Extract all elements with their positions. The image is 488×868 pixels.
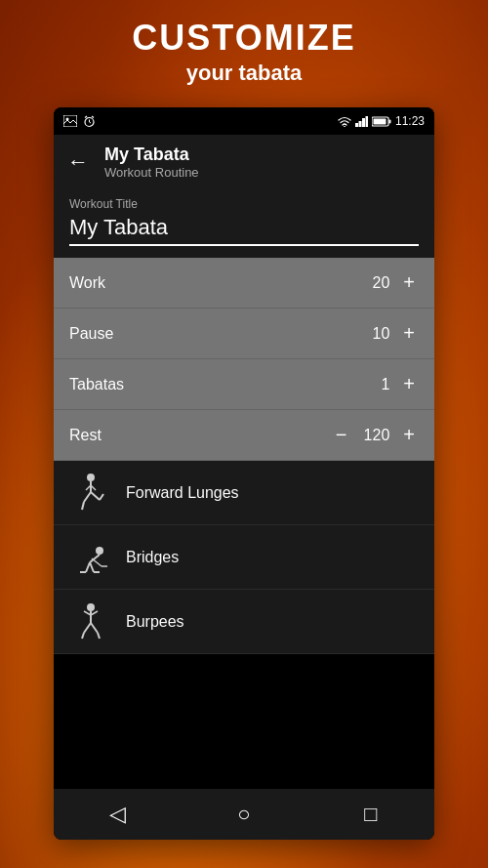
signal-icon bbox=[355, 116, 368, 127]
exercise-name-forward-lunges: Forward Lunges bbox=[126, 484, 239, 502]
svg-point-7 bbox=[344, 126, 346, 127]
exercise-name-burpees: Burpees bbox=[126, 613, 184, 631]
svg-line-22 bbox=[100, 494, 103, 500]
svg-line-29 bbox=[92, 558, 102, 566]
image-icon bbox=[63, 115, 77, 127]
app-bar-titles: My Tabata Workout Routine bbox=[104, 145, 421, 180]
workout-title-input[interactable] bbox=[69, 215, 419, 246]
svg-point-15 bbox=[87, 474, 95, 481]
app-bar: ← My Tabata Workout Routine bbox=[54, 135, 434, 189]
setting-label-work: Work bbox=[69, 274, 105, 292]
setting-label-pause: Pause bbox=[69, 325, 113, 343]
svg-line-37 bbox=[91, 623, 98, 633]
svg-line-19 bbox=[84, 492, 91, 502]
app-bar-title: My Tabata bbox=[104, 145, 421, 165]
alarm-icon bbox=[83, 115, 96, 128]
svg-line-27 bbox=[90, 562, 94, 572]
setting-value-tabatas: 1 bbox=[360, 376, 389, 393]
setting-value-work: 20 bbox=[360, 274, 389, 292]
setting-plus-work[interactable]: + bbox=[399, 268, 419, 298]
svg-rect-8 bbox=[355, 123, 358, 127]
setting-label-tabatas: Tabatas bbox=[69, 376, 124, 393]
setting-plus-tabatas[interactable]: + bbox=[399, 369, 419, 399]
svg-line-5 bbox=[85, 116, 87, 118]
exercise-name-bridges: Bridges bbox=[126, 549, 179, 566]
exercise-item-bridges[interactable]: Bridges bbox=[54, 525, 434, 590]
svg-line-6 bbox=[92, 116, 94, 118]
setting-row-tabatas: Tabatas 1 + bbox=[54, 359, 434, 410]
setting-label-rest: Rest bbox=[69, 427, 102, 444]
svg-rect-9 bbox=[358, 121, 361, 127]
app-bar-subtitle: Workout Routine bbox=[104, 165, 421, 180]
exercise-item-burpees[interactable]: Burpees bbox=[54, 590, 434, 654]
svg-line-34 bbox=[91, 611, 98, 615]
nav-back-button[interactable]: ◁ bbox=[88, 795, 146, 834]
hero-section: CUSTOMIZE your tabata bbox=[0, 18, 488, 86]
nav-recent-button[interactable]: □ bbox=[342, 795, 400, 834]
svg-line-33 bbox=[84, 611, 91, 615]
setting-row-rest: Rest − 120 + bbox=[54, 410, 434, 461]
svg-line-25 bbox=[86, 562, 90, 572]
svg-line-21 bbox=[91, 492, 100, 500]
settings-section: Work 20 + Pause 10 + Tabatas 1 + Rest bbox=[54, 258, 434, 461]
status-left-icons bbox=[63, 115, 96, 128]
nav-home-button[interactable]: ○ bbox=[215, 795, 273, 834]
workout-title-section: Workout Title bbox=[54, 189, 434, 258]
setting-controls-tabatas: 1 + bbox=[360, 369, 419, 399]
exercise-icon-forward-lunges bbox=[69, 472, 112, 515]
svg-line-38 bbox=[98, 633, 100, 639]
setting-minus-rest[interactable]: − bbox=[332, 420, 351, 450]
setting-controls-work: 20 + bbox=[360, 268, 419, 298]
svg-point-23 bbox=[96, 547, 103, 555]
nav-bar: ◁ ○ □ bbox=[54, 789, 434, 840]
hero-subtitle: your tabata bbox=[0, 61, 488, 86]
status-bar: 11:23 bbox=[54, 107, 434, 135]
setting-row-work: Work 20 + bbox=[54, 258, 434, 309]
exercise-icon-burpees bbox=[69, 600, 112, 643]
svg-line-36 bbox=[82, 633, 84, 639]
wifi-icon bbox=[338, 116, 351, 127]
svg-rect-10 bbox=[362, 118, 365, 127]
battery-icon bbox=[372, 116, 391, 127]
svg-line-4 bbox=[90, 122, 92, 123]
setting-plus-pause[interactable]: + bbox=[399, 318, 419, 349]
status-time: 11:23 bbox=[395, 114, 425, 128]
setting-value-rest: 120 bbox=[360, 427, 389, 444]
setting-row-pause: Pause 10 + bbox=[54, 309, 434, 359]
hero-title: CUSTOMIZE bbox=[0, 18, 488, 59]
bridges-figure bbox=[72, 537, 109, 578]
svg-rect-11 bbox=[365, 116, 368, 127]
setting-controls-rest: − 120 + bbox=[332, 420, 419, 450]
svg-rect-14 bbox=[373, 118, 386, 124]
back-button[interactable]: ← bbox=[67, 149, 89, 175]
svg-point-31 bbox=[87, 603, 95, 611]
setting-plus-rest[interactable]: + bbox=[399, 420, 419, 450]
burpees-figure bbox=[72, 601, 109, 642]
exercise-list: Forward Lunges bbox=[54, 461, 434, 654]
exercise-icon-bridges bbox=[69, 536, 112, 579]
setting-controls-pause: 10 + bbox=[360, 318, 419, 349]
workout-title-label: Workout Title bbox=[69, 197, 419, 211]
lunges-figure bbox=[72, 473, 109, 514]
svg-line-20 bbox=[82, 502, 84, 510]
setting-value-pause: 10 bbox=[360, 325, 389, 343]
svg-rect-13 bbox=[388, 119, 390, 123]
phone-frame: 11:23 ← My Tabata Workout Routine Workou… bbox=[54, 107, 434, 840]
svg-rect-0 bbox=[63, 115, 77, 127]
exercise-item-forward-lunges[interactable]: Forward Lunges bbox=[54, 461, 434, 525]
status-right-icons: 11:23 bbox=[338, 114, 425, 128]
svg-line-35 bbox=[84, 623, 91, 633]
